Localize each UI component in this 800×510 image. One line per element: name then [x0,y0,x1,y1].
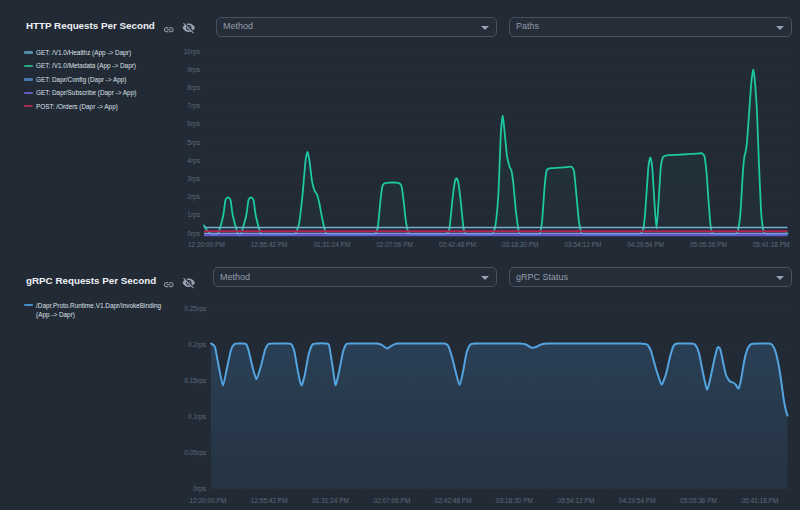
svg-text:0.25rps: 0.25rps [184,305,206,313]
svg-text:02:07:06 PM: 02:07:06 PM [376,241,413,248]
svg-text:03:54:12 PM: 03:54:12 PM [557,497,594,504]
svg-text:12:20:00 PM: 12:20:00 PM [189,497,226,504]
svg-text:12:55:42 PM: 12:55:42 PM [251,497,288,504]
svg-text:04:29:54 PM: 04:29:54 PM [619,497,656,504]
svg-text:0rps: 0rps [193,485,206,493]
svg-text:03:54:12 PM: 03:54:12 PM [564,241,601,248]
svg-text:1rps: 1rps [187,211,200,219]
svg-text:12:20:00 PM: 12:20:00 PM [188,241,225,248]
svg-text:6rps: 6rps [187,120,200,128]
svg-text:7rps: 7rps [187,102,200,110]
svg-text:4rps: 4rps [187,157,200,165]
svg-text:0.15rps: 0.15rps [184,377,206,385]
svg-text:02:42:48 PM: 02:42:48 PM [439,241,476,248]
svg-text:2rps: 2rps [187,193,200,201]
svg-text:02:42:48 PM: 02:42:48 PM [435,497,472,504]
svg-text:03:18:30 PM: 03:18:30 PM [496,497,533,504]
svg-text:10rps: 10rps [184,48,201,56]
svg-text:8rps: 8rps [187,84,200,92]
svg-text:12:55:42 PM: 12:55:42 PM [251,241,288,248]
svg-text:5rps: 5rps [187,139,200,147]
svg-text:04:29:54 PM: 04:29:54 PM [627,241,664,248]
svg-text:9rps: 9rps [187,66,200,74]
svg-text:05:41:18 PM: 05:41:18 PM [741,497,778,504]
svg-text:0rps: 0rps [187,230,200,238]
svg-text:05:41:18 PM: 05:41:18 PM [753,241,790,248]
svg-text:0.05rps: 0.05rps [184,449,206,457]
svg-text:3rps: 3rps [187,175,200,183]
svg-text:03:18:30 PM: 03:18:30 PM [502,241,539,248]
svg-text:0.2rps: 0.2rps [188,341,207,349]
svg-text:05:05:36 PM: 05:05:36 PM [680,497,717,504]
svg-text:01:31:24 PM: 01:31:24 PM [313,241,350,248]
svg-text:05:05:36 PM: 05:05:36 PM [690,241,727,248]
svg-text:01:31:24 PM: 01:31:24 PM [312,497,349,504]
svg-text:0.1rps: 0.1rps [188,413,207,421]
svg-text:02:07:06 PM: 02:07:06 PM [373,497,410,504]
